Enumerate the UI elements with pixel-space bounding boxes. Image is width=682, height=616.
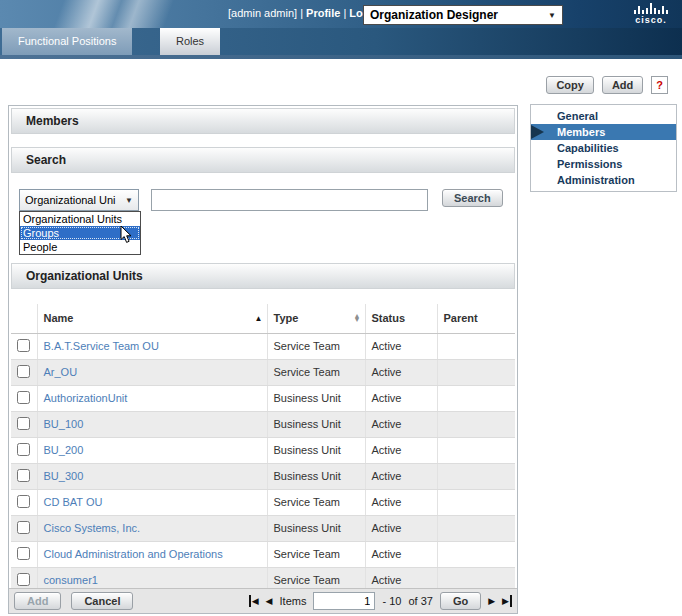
option-organizational-units[interactable]: Organizational Units xyxy=(20,212,140,226)
ou-link[interactable]: AuthorizationUnit xyxy=(44,392,128,404)
results-section-title: Organizational Units xyxy=(11,263,515,289)
table-row: BU_200 Business Unit Active xyxy=(11,437,515,463)
table-row: CD BAT OU Service Team Active xyxy=(11,489,515,515)
sidebar-item-permissions[interactable]: Permissions xyxy=(531,156,676,172)
row-checkbox[interactable] xyxy=(17,365,30,378)
members-panel: Members Search Organizational Uni ▼ Orga… xyxy=(8,105,518,614)
ou-link[interactable]: BU_100 xyxy=(44,418,84,430)
tab-functional-positions[interactable]: Functional Positions xyxy=(2,28,132,55)
first-page-icon[interactable]: ◀ xyxy=(249,595,259,607)
page-range-text: - 10 xyxy=(382,595,401,607)
column-header-type[interactable]: Type ▲▼ xyxy=(267,304,365,333)
selected-arrow-icon xyxy=(531,125,544,139)
tab-roles[interactable]: Roles xyxy=(160,28,220,55)
sort-ascending-icon[interactable]: ▲ xyxy=(255,314,263,323)
select-all-column xyxy=(11,304,37,333)
ou-link[interactable]: Cloud Administration and Operations xyxy=(44,548,223,560)
module-select[interactable]: Organization Designer ▼ xyxy=(363,5,563,25)
ou-link[interactable]: BU_200 xyxy=(44,444,84,456)
search-button[interactable]: Search xyxy=(442,189,503,207)
sidebar-item-capabilities[interactable]: Capabilities xyxy=(531,140,676,156)
copy-button[interactable]: Copy xyxy=(546,76,594,94)
search-row: Organizational Uni ▼ Organizational Unit… xyxy=(19,189,507,211)
row-checkbox[interactable] xyxy=(17,417,30,430)
column-header-status[interactable]: Status xyxy=(365,304,437,333)
table-row: Ar_OU Service Team Active xyxy=(11,359,515,385)
chevron-down-icon: ▼ xyxy=(125,196,133,205)
link-divider: | xyxy=(343,7,346,19)
chevron-down-icon: ▼ xyxy=(548,11,556,20)
row-checkbox[interactable] xyxy=(17,573,30,586)
ou-link[interactable]: CD BAT OU xyxy=(44,496,103,508)
previous-page-icon[interactable]: ◀ xyxy=(266,595,273,607)
tab-bar: Functional Positions Roles xyxy=(0,28,682,55)
table-row: Cloud Administration and Operations Serv… xyxy=(11,541,515,567)
ou-link[interactable]: consumer1 xyxy=(44,574,98,586)
table-row: BU_100 Business Unit Active xyxy=(11,411,515,437)
sidebar-item-administration[interactable]: Administration xyxy=(531,172,676,188)
column-header-parent[interactable]: Parent xyxy=(437,304,515,333)
pagination: ◀ ◀ Items - 10 of 37 Go ▶ ▶ xyxy=(249,592,512,610)
search-category-select[interactable]: Organizational Uni ▼ xyxy=(19,189,139,211)
row-checkbox[interactable] xyxy=(17,339,30,352)
table-row: Cisco Systems, Inc. Business Unit Active xyxy=(11,515,515,541)
row-checkbox[interactable] xyxy=(17,391,30,404)
panel-footer: Add Cancel ◀ ◀ Items - 10 of 37 Go ▶ ▶ xyxy=(9,588,517,613)
search-category-options: Organizational Units Groups People xyxy=(19,211,141,255)
row-checkbox[interactable] xyxy=(17,495,30,508)
last-page-icon[interactable]: ▶ xyxy=(502,595,512,607)
row-checkbox[interactable] xyxy=(17,469,30,482)
ou-link[interactable]: B.A.T.Service Team OU xyxy=(44,340,159,352)
logged-in-user: [admin admin] | xyxy=(228,7,303,19)
add-button[interactable]: Add xyxy=(602,76,643,94)
ou-link[interactable]: Cisco Systems, Inc. xyxy=(44,522,141,534)
items-label: Items xyxy=(280,595,307,607)
row-checkbox[interactable] xyxy=(17,443,30,456)
organizational-units-table: Name ▲ Type ▲▼ Status Parent B.A.T.Servi… xyxy=(11,304,515,594)
table-row: BU_300 Business Unit Active xyxy=(11,463,515,489)
search-input[interactable] xyxy=(151,189,428,211)
row-checkbox[interactable] xyxy=(17,521,30,534)
help-button[interactable]: ? xyxy=(651,76,668,94)
page-total-text: of 37 xyxy=(408,595,432,607)
ou-link[interactable]: Ar_OU xyxy=(44,366,78,378)
table-row: B.A.T.Service Team OU Service Team Activ… xyxy=(11,333,515,359)
row-checkbox[interactable] xyxy=(17,547,30,560)
sidebar-item-members[interactable]: Members xyxy=(531,124,676,140)
table-header-row: Name ▲ Type ▲▼ Status Parent xyxy=(11,304,515,333)
module-select-value: Organization Designer xyxy=(370,8,498,22)
next-page-icon[interactable]: ▶ xyxy=(488,595,495,607)
top-header-bar: [admin admin] | Profile | Logout Organiz… xyxy=(0,0,682,28)
column-header-name[interactable]: Name ▲ xyxy=(37,304,267,333)
search-section-title: Search xyxy=(11,147,515,173)
search-category-value: Organizational Uni xyxy=(25,194,116,206)
table-row: AuthorizationUnit Business Unit Active xyxy=(11,385,515,411)
role-section-nav: General Members Capabilities Permissions… xyxy=(530,104,677,192)
panel-title: Members xyxy=(11,108,515,134)
sidebar-item-general[interactable]: General xyxy=(531,108,676,124)
profile-link[interactable]: Profile xyxy=(306,7,340,19)
sidebar-item-members-label: Members xyxy=(557,126,605,138)
role-toolbar: Copy Add ? xyxy=(546,76,668,94)
cisco-logo: cisco. xyxy=(634,3,668,25)
footer-add-button[interactable]: Add xyxy=(14,592,61,610)
footer-cancel-button[interactable]: Cancel xyxy=(71,592,133,610)
mouse-cursor-icon xyxy=(120,225,133,244)
sort-both-icon[interactable]: ▲▼ xyxy=(354,314,361,322)
go-button[interactable]: Go xyxy=(440,592,481,610)
ou-link[interactable]: BU_300 xyxy=(44,470,84,482)
cisco-logo-text: cisco. xyxy=(634,15,668,25)
cisco-logo-bars xyxy=(634,3,668,14)
page-number-input[interactable] xyxy=(313,592,375,610)
